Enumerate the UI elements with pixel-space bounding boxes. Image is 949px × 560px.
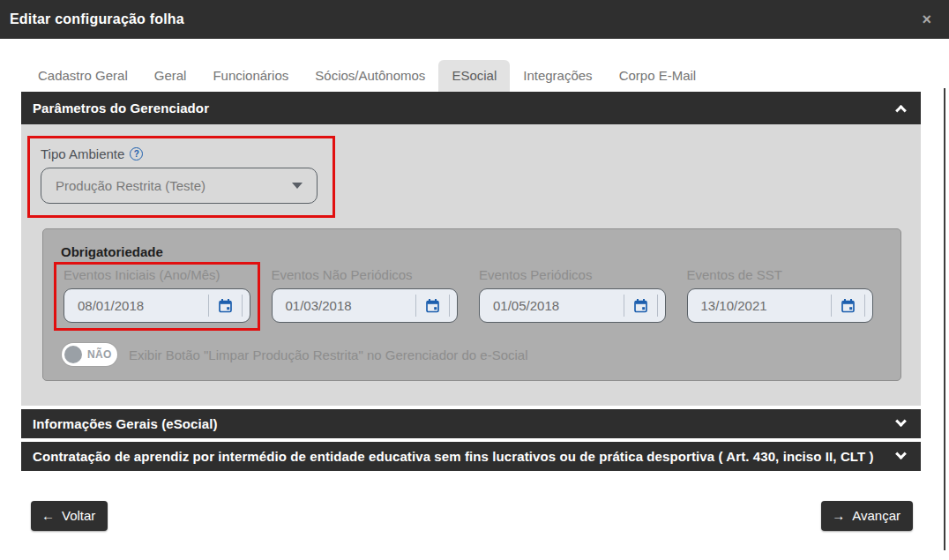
tab-corpo-email[interactable]: Corpo E-Mail [606,60,710,92]
field-label: Eventos de SST [687,267,874,282]
calendar-icon[interactable] [831,295,865,317]
field-value: 13/10/2021 [701,298,832,313]
footer-actions: ← Voltar → Avançar [31,501,913,531]
obrigatoriedade-panel: Obrigatoriedade Eventos Iniciais (Ano/Mê… [42,228,901,381]
limpar-producao-toggle-row: NÃO Exibir Botão "Limpar Produção Restri… [54,343,883,366]
modal-right-border [944,88,945,550]
arrow-right-icon: → [832,508,845,523]
chevron-down-icon [292,183,303,189]
section-header-informacoes-gerais[interactable]: Informações Gerais (eSocial) [21,409,921,438]
eventos-nao-periodicos-input[interactable]: 01/03/2018 [272,288,459,323]
parametros-panel: Tipo Ambiente ? Produção Restrita (Teste… [21,124,921,406]
calendar-icon[interactable] [208,295,243,317]
field-label: Eventos Iniciais (Ano/Mês) [64,267,250,282]
voltar-label: Voltar [62,508,95,523]
section-header-parametros-gerenciador[interactable]: Parâmetros do Gerenciador [21,92,921,124]
tab-integracoes[interactable]: Integrações [510,60,605,92]
field-value: 01/05/2018 [493,298,624,313]
highlight-box-tipo-ambiente: Tipo Ambiente ? Produção Restrita (Teste… [27,136,335,218]
modal-title: Editar configuração folha [10,11,184,27]
eventos-sst-input[interactable]: 13/10/2021 [687,288,874,323]
date-fields-row: Eventos Iniciais (Ano/Mês) 08/01/2018 Ev… [54,262,883,331]
toggle-knob [64,346,82,363]
field-label: Eventos Não Periódicos [272,267,459,282]
tab-esocial[interactable]: ESocial [438,60,510,92]
field-value: 08/01/2018 [78,298,208,313]
tipo-ambiente-label: Tipo Ambiente [41,146,124,161]
field-eventos-sst: Eventos de SST 13/10/2021 [677,262,884,331]
field-eventos-nao-periodicos: Eventos Não Periódicos 01/03/2018 [262,262,468,331]
help-icon[interactable]: ? [130,147,143,161]
eventos-iniciais-input[interactable]: 08/01/2018 [64,288,250,323]
chevron-up-icon[interactable] [895,105,907,116]
section-title: Contratação de aprendiz por intermédio d… [33,449,874,464]
avancar-button[interactable]: → Avançar [821,501,913,531]
field-eventos-iniciais: Eventos Iniciais (Ano/Mês) 08/01/2018 [54,262,260,331]
modal-title-bar: Editar configuração folha × [0,0,949,39]
voltar-button[interactable]: ← Voltar [31,501,108,531]
toggle-description: Exibir Botão "Limpar Produção Restrita" … [129,347,528,362]
section-header-contratacao-aprendiz[interactable]: Contratação de aprendiz por intermédio d… [21,442,921,471]
tab-funcionarios[interactable]: Funcionários [199,60,302,92]
toggle-state-label: NÃO [87,348,112,361]
tipo-ambiente-select[interactable]: Produção Restrita (Teste) [41,168,318,204]
tipo-ambiente-value: Produção Restrita (Teste) [56,178,292,193]
chevron-down-icon[interactable] [895,448,907,459]
tab-socios-autonomos[interactable]: Sócios/Autônomos [302,60,438,92]
field-value: 01/03/2018 [286,298,416,313]
section-title: Parâmetros do Gerenciador [33,101,209,116]
section-title: Informações Gerais (eSocial) [33,416,218,431]
tab-geral[interactable]: Geral [141,60,200,92]
eventos-periodicos-input[interactable]: 01/05/2018 [479,288,666,323]
tab-bar: Cadastro Geral Geral Funcionários Sócios… [0,60,949,92]
chevron-down-icon[interactable] [895,415,907,427]
calendar-icon[interactable] [415,295,450,317]
limpar-producao-toggle[interactable]: NÃO [62,343,117,366]
tab-cadastro-geral[interactable]: Cadastro Geral [25,60,141,92]
field-label: Eventos Periódicos [479,267,666,282]
obrigatoriedade-title: Obrigatoriedade [54,244,883,259]
avancar-label: Avançar [852,508,900,523]
field-eventos-periodicos: Eventos Periódicos 01/05/2018 [469,262,676,331]
calendar-icon[interactable] [624,295,658,317]
arrow-left-icon: ← [41,508,55,523]
close-icon[interactable]: × [922,11,931,27]
